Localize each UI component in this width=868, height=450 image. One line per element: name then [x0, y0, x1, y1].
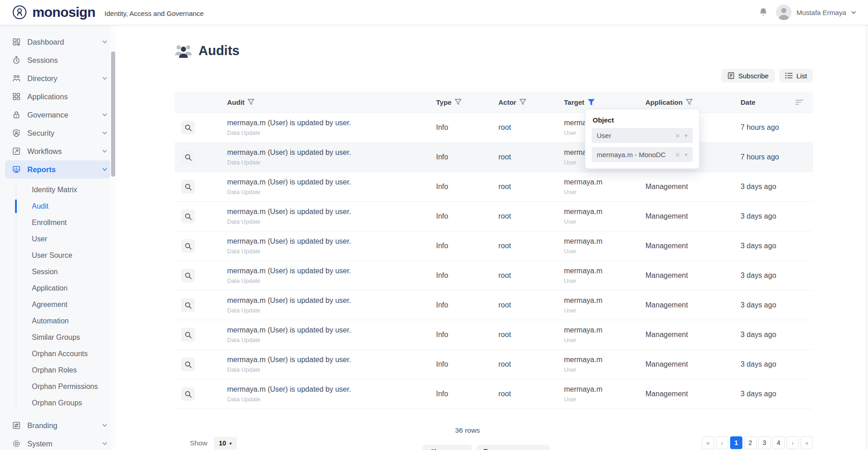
- sidebar-subitem-application[interactable]: Application: [0, 280, 116, 297]
- column-label: Application: [645, 98, 683, 106]
- export-to-excel-button[interactable]: Export to Excel: [477, 445, 549, 450]
- audit-cell: mermaya.m (User) is updated by user.Data…: [227, 326, 436, 343]
- refresh-button[interactable]: Refresh: [422, 445, 472, 450]
- pagination-page-4[interactable]: 4: [772, 436, 785, 449]
- sidebar-subitem-user-source[interactable]: User Source: [0, 247, 116, 264]
- row-detail-magnifier-button[interactable]: [181, 358, 195, 371]
- table-row: mermaya.m (User) is updated by user.Data…: [175, 172, 813, 202]
- pagination-nav-button[interactable]: »: [801, 436, 813, 449]
- zoom-cell: [175, 269, 227, 282]
- filter-funnel-icon[interactable]: [248, 99, 254, 105]
- sidebar-scrollbar-thumb[interactable]: [111, 51, 115, 177]
- sidebar-subitem-enrollment[interactable]: Enrollment: [0, 215, 116, 231]
- sidebar-item-branding[interactable]: Branding: [0, 416, 116, 435]
- filter-funnel-icon[interactable]: [519, 99, 526, 105]
- monosign-logo-icon: [12, 5, 27, 20]
- sidebar-subitem-orphan-accounts[interactable]: Orphan Accounts: [0, 346, 116, 362]
- filter-funnel-icon[interactable]: [686, 99, 693, 105]
- sidebar-subitem-orphan-roles[interactable]: Orphan Roles: [0, 362, 116, 378]
- sidebar-subitem-orphan-permissions[interactable]: Orphan Permissions: [0, 378, 116, 395]
- pagination-page-2[interactable]: 2: [744, 436, 756, 449]
- zoom-cell: [175, 328, 227, 342]
- subscribe-icon: [727, 72, 735, 79]
- type-cell: Info: [436, 123, 498, 132]
- sidebar-subitem-similar-groups[interactable]: Similar Groups: [0, 329, 116, 346]
- column-header-actor[interactable]: Actor: [498, 98, 564, 106]
- application-cell: Management: [645, 360, 741, 368]
- remove-tag-icon[interactable]: ×: [675, 151, 680, 159]
- row-detail-magnifier-button[interactable]: [181, 150, 195, 164]
- type-cell: Info: [436, 271, 498, 280]
- sidebar-subitem-label: Orphan Roles: [32, 366, 77, 374]
- remove-tag-icon[interactable]: ×: [675, 132, 680, 140]
- avatar: [776, 5, 792, 20]
- actor-cell: root: [498, 242, 564, 250]
- table-sort-icon[interactable]: [790, 99, 813, 105]
- tag-caret-down-icon[interactable]: ▼: [684, 152, 689, 158]
- chevron-down-icon: [102, 77, 107, 80]
- target-cell: mermaya.mUser: [564, 208, 645, 225]
- subscribe-button[interactable]: Subscribe: [721, 69, 775, 82]
- row-detail-magnifier-button[interactable]: [181, 328, 195, 342]
- column-header-type[interactable]: Type: [436, 98, 498, 106]
- sidebar-subitem-session[interactable]: Session: [0, 264, 116, 280]
- directory-icon: [12, 74, 21, 83]
- row-detail-magnifier-button[interactable]: [181, 180, 195, 194]
- column-header-application[interactable]: Application: [645, 98, 741, 106]
- application-cell: Management: [645, 242, 741, 250]
- sidebar-subitem-identity-matrix[interactable]: Identity Matrix: [0, 182, 116, 198]
- sidebar-item-directory[interactable]: Directory: [0, 69, 116, 87]
- sidebar-subitem-orphan-groups[interactable]: Orphan Groups: [0, 395, 116, 411]
- dashboard-icon: [12, 37, 21, 46]
- pagination-nav-button[interactable]: ‹: [716, 436, 728, 449]
- filter-funnel-icon[interactable]: [455, 99, 462, 105]
- date-cell: 3 days ago: [741, 331, 790, 339]
- zoom-cell: [175, 298, 227, 312]
- row-detail-magnifier-button[interactable]: [181, 121, 195, 134]
- sidebar-item-governance[interactable]: Governance: [0, 106, 116, 124]
- pagination-nav-button[interactable]: ›: [787, 436, 799, 449]
- column-header-audit[interactable]: Audit: [227, 98, 436, 106]
- date-cell: 3 days ago: [741, 390, 790, 398]
- tag-caret-down-icon[interactable]: ▼: [684, 133, 689, 138]
- application-cell: Management: [645, 271, 741, 280]
- table-row: mermaya.m (User) is updated by user.Data…: [175, 379, 813, 409]
- object-filter-tag[interactable]: mermaya.m - MonoDC×▼: [592, 147, 693, 162]
- row-detail-magnifier-button[interactable]: [181, 387, 195, 401]
- list-view-button[interactable]: List: [779, 69, 813, 82]
- pagination-nav-button[interactable]: «: [702, 436, 714, 449]
- actor-cell: root: [498, 212, 564, 220]
- sidebar-subitem-audit[interactable]: Audit: [0, 198, 116, 215]
- row-detail-magnifier-button[interactable]: [181, 210, 195, 223]
- table-row: mermaya.m (User) is updated by user.Data…: [175, 113, 813, 143]
- sidebar-item-reports[interactable]: Reports: [5, 160, 111, 179]
- sidebar-subitem-automation[interactable]: Automation: [0, 313, 116, 329]
- sidebar-subitem-label: Orphan Permissions: [32, 383, 98, 391]
- zoom-cell: [175, 210, 227, 223]
- pagination-page-1[interactable]: 1: [730, 436, 742, 449]
- page-size-select[interactable]: 10 ▾: [214, 437, 237, 450]
- sidebar-item-system[interactable]: System: [0, 435, 116, 450]
- sidebar-item-label: Branding: [27, 421, 57, 430]
- row-detail-magnifier-button[interactable]: [181, 269, 195, 282]
- object-filter-tag[interactable]: User×▼: [592, 128, 693, 143]
- audit-cell: mermaya.m (User) is updated by user.Data…: [227, 237, 436, 255]
- audit-cell: mermaya.m (User) is updated by user.Data…: [227, 385, 436, 403]
- row-detail-magnifier-button[interactable]: [181, 239, 195, 253]
- sidebar-subitem-user[interactable]: User: [0, 231, 116, 247]
- sidebar-item-applications[interactable]: Applications: [0, 87, 116, 106]
- application-cell: Management: [645, 212, 741, 220]
- sidebar-item-workflows[interactable]: Workflows: [0, 142, 116, 160]
- column-header-target[interactable]: Target: [564, 98, 645, 106]
- sidebar-item-sessions[interactable]: Sessions: [0, 51, 116, 69]
- sidebar-item-security[interactable]: Security: [0, 124, 116, 142]
- pagination-page-3[interactable]: 3: [758, 436, 771, 449]
- sidebar-item-dashboard[interactable]: Dashboard: [0, 33, 116, 51]
- user-menu[interactable]: Mustafa Ermaya: [776, 5, 856, 20]
- actor-cell: root: [498, 271, 564, 280]
- column-label: Type: [436, 98, 452, 106]
- row-detail-magnifier-button[interactable]: [181, 298, 195, 312]
- filter-funnel-icon-active[interactable]: [588, 99, 595, 106]
- notification-bell-icon[interactable]: [759, 7, 768, 17]
- sidebar-subitem-agreement[interactable]: Agreement: [0, 297, 116, 313]
